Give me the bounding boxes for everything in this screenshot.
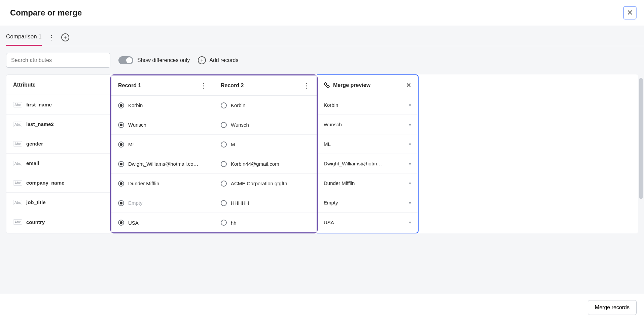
record1-cell[interactable]: Dunder Mifflin xyxy=(111,174,214,193)
record1-header-label: Record 1 xyxy=(118,83,141,89)
attribute-column: Attribute Abcfirst_nameAbclast_name2Abcg… xyxy=(6,74,110,233)
plus-circle-icon: + xyxy=(198,56,206,64)
radio-icon[interactable] xyxy=(118,220,124,226)
preview-value: ML xyxy=(324,141,405,147)
record2-column: Record 2 ⋮ KorbinWunschMKorbin44@gmail.c… xyxy=(214,75,317,232)
radio-icon[interactable] xyxy=(118,141,124,148)
radio-icon[interactable] xyxy=(118,122,124,128)
toggle-label: Show differences only xyxy=(137,57,190,63)
preview-cell[interactable]: ML▾ xyxy=(317,134,418,154)
record1-cell[interactable]: Empty xyxy=(111,193,214,213)
record2-menu-button[interactable]: ⋮ xyxy=(303,82,310,90)
preview-cell[interactable]: USA▾ xyxy=(317,213,418,232)
cell-value: USA xyxy=(128,220,139,226)
attribute-name: gender xyxy=(26,141,43,147)
radio-icon[interactable] xyxy=(221,161,227,167)
search-input[interactable] xyxy=(6,53,110,68)
chevron-down-icon[interactable]: ▾ xyxy=(409,102,411,108)
preview-cell[interactable]: Korbin▾ xyxy=(317,95,418,115)
add-comparison-button[interactable]: + xyxy=(61,33,69,41)
chevron-down-icon[interactable]: ▾ xyxy=(409,161,411,166)
record1-header: Record 1 ⋮ xyxy=(111,75,214,96)
modal-header: Compare or merge ✕ xyxy=(0,0,644,26)
radio-icon[interactable] xyxy=(118,200,124,206)
record2-cell[interactable]: Korbin44@gmail.com xyxy=(214,154,317,174)
record2-cell[interactable]: M xyxy=(214,135,317,154)
record1-cell[interactable]: USA xyxy=(111,213,214,232)
merge-records-button[interactable]: Merge records xyxy=(588,300,637,315)
preview-value: Empty xyxy=(324,200,405,205)
footer: Merge records xyxy=(0,294,644,321)
cell-value: Dwight_Williams@hotmail.co… xyxy=(128,161,199,167)
record2-header: Record 2 ⋮ xyxy=(214,75,317,96)
preview-value: Dunder Mifflin xyxy=(324,180,405,186)
attribute-row: Abcfirst_name xyxy=(6,95,110,115)
toggle-switch-icon xyxy=(118,56,133,64)
attribute-name: first_name xyxy=(26,102,52,107)
radio-icon[interactable] xyxy=(118,161,124,167)
preview-header-label: Merge preview xyxy=(333,82,370,88)
type-icon: Abc xyxy=(13,180,22,186)
chevron-down-icon[interactable]: ▾ xyxy=(409,200,411,205)
record2-header-label: Record 2 xyxy=(221,83,244,89)
chevron-down-icon[interactable]: ▾ xyxy=(409,181,411,186)
radio-icon[interactable] xyxy=(118,102,124,108)
chevron-down-icon[interactable]: ▾ xyxy=(409,122,411,127)
differences-toggle[interactable]: Show differences only xyxy=(118,56,190,64)
attribute-row: Abcemail xyxy=(6,154,110,173)
close-button[interactable]: ✕ xyxy=(623,6,637,20)
type-icon: Abc xyxy=(13,200,22,205)
type-icon: Abc xyxy=(13,122,22,127)
page-title: Compare or merge xyxy=(10,8,82,18)
cell-value: Dunder Mifflin xyxy=(128,181,159,186)
cell-value: Wunsch xyxy=(231,122,249,128)
tab-comparison-1[interactable]: Comparison 1 xyxy=(6,31,42,46)
radio-icon[interactable] xyxy=(221,181,227,187)
radio-icon[interactable] xyxy=(221,141,227,148)
comparison-tabbar: Comparison 1 ⋮ + xyxy=(0,26,644,46)
radio-icon[interactable] xyxy=(221,122,227,128)
radio-icon[interactable] xyxy=(221,102,227,108)
preview-cell[interactable]: Dunder Mifflin▾ xyxy=(317,173,418,193)
record1-menu-button[interactable]: ⋮ xyxy=(200,82,207,90)
plus-icon: + xyxy=(64,35,67,40)
attribute-row: Abclast_name2 xyxy=(6,115,110,134)
record1-column: Record 1 ⋮ KorbinWunschMLDwight_Williams… xyxy=(111,75,214,232)
cell-value: ACME Corporation gtgfth xyxy=(231,181,287,186)
comparison-table: Attribute Abcfirst_nameAbclast_name2Abcg… xyxy=(6,74,638,233)
record2-cell[interactable]: ACME Corporation gtgfth xyxy=(214,174,317,193)
record2-cell[interactable]: Korbin xyxy=(214,96,317,115)
chevron-down-icon[interactable]: ▾ xyxy=(409,141,411,147)
add-records-button[interactable]: + Add records xyxy=(198,56,238,64)
kebab-icon: ⋮ xyxy=(48,34,55,41)
record2-cell[interactable]: HHHHH xyxy=(214,193,317,213)
records-frame: Record 1 ⋮ KorbinWunschMLDwight_Williams… xyxy=(110,74,318,233)
record1-cell[interactable]: Dwight_Williams@hotmail.co… xyxy=(111,154,214,174)
radio-icon[interactable] xyxy=(221,200,227,206)
preview-cell[interactable]: Wunsch▾ xyxy=(317,115,418,134)
record1-cell[interactable]: ML xyxy=(111,135,214,154)
attribute-name: last_name2 xyxy=(26,121,54,127)
merge-preview-column: Merge preview ✕ Korbin▾Wunsch▾ML▾Dwight_… xyxy=(317,74,419,233)
radio-icon[interactable] xyxy=(221,220,227,226)
scrollbar[interactable] xyxy=(639,78,643,199)
cell-value: Empty xyxy=(128,200,143,206)
attribute-row: Abccompany_name xyxy=(6,173,110,193)
chevron-down-icon[interactable]: ▾ xyxy=(409,220,411,225)
record2-cell[interactable]: hh xyxy=(214,213,317,232)
compare-merge-modal: Compare or merge ✕ Comparison 1 ⋮ + Show… xyxy=(0,0,644,321)
attribute-name: email xyxy=(26,160,39,166)
record2-cell[interactable]: Wunsch xyxy=(214,115,317,135)
preview-cell[interactable]: Empty▾ xyxy=(317,193,418,213)
cell-value: HHHHH xyxy=(231,200,249,206)
radio-icon[interactable] xyxy=(118,181,124,187)
record1-cell[interactable]: Korbin xyxy=(111,96,214,115)
tab-menu-button[interactable]: ⋮ xyxy=(47,33,56,42)
add-records-label: Add records xyxy=(209,57,238,63)
attribute-name: country xyxy=(26,219,45,225)
cell-value: Korbin xyxy=(128,102,143,108)
preview-cell[interactable]: Dwight_Williams@hotm…▾ xyxy=(317,154,418,173)
close-preview-button[interactable]: ✕ xyxy=(406,82,411,89)
attribute-header-label: Attribute xyxy=(13,82,36,88)
record1-cell[interactable]: Wunsch xyxy=(111,115,214,135)
